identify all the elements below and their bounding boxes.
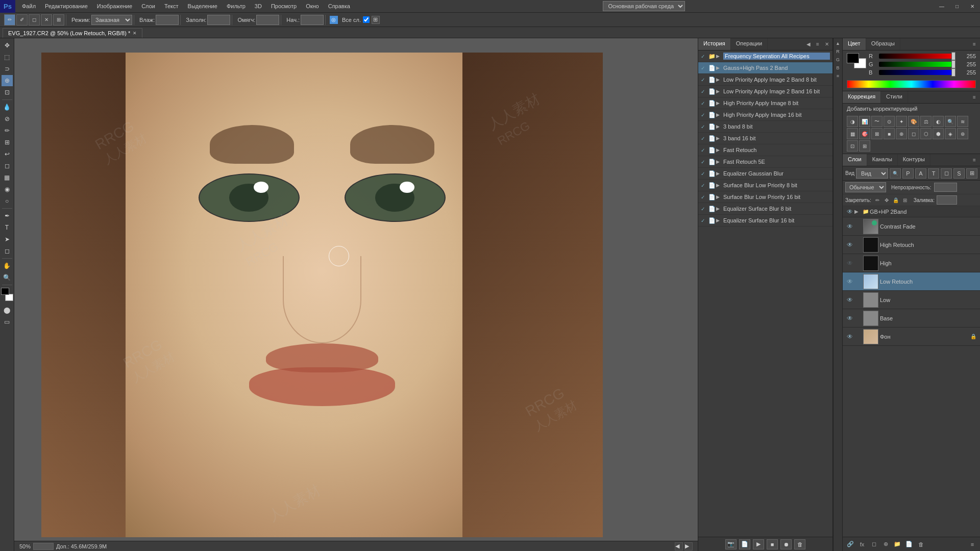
shape-tool[interactable]: ◻ [2,245,13,257]
layer-low-retouch[interactable]: 👁 Low Retouch [843,272,980,291]
delete-state-button[interactable]: 🗑 [794,539,805,549]
minimize-button[interactable]: — [934,0,949,13]
lasso-tool[interactable]: ⊃ [2,63,13,74]
eraser-tool-button[interactable]: ◻ [29,14,40,26]
green-slider-handle[interactable] [951,60,955,68]
softness-input[interactable]: 20% [256,15,279,25]
menu-3d[interactable]: 3D [251,2,266,11]
background-color-swatch[interactable] [5,294,13,301]
opacity-input[interactable]: 100% [934,183,957,192]
eye-high[interactable]: 👁 [845,259,854,268]
gradient-tool[interactable]: ▦ [2,172,13,183]
layer-fx-button[interactable]: fx [857,539,867,549]
filter-toggle[interactable]: 🔍 [890,168,901,179]
paths-tab[interactable]: Контуры [898,154,930,166]
row2-5[interactable]: ⊛ [957,128,968,139]
eye-low-retouch[interactable]: 👁 [845,277,854,286]
ruler-btn-2[interactable]: R [835,48,842,55]
fill-input[interactable]: 20% [207,15,230,25]
stop-button[interactable]: ■ [767,539,778,549]
row2-3[interactable]: ⬢ [933,128,944,139]
quick-select-tool[interactable]: ⊕ [2,75,13,86]
bw-correction[interactable]: ◐ [933,116,944,127]
correction-tab[interactable]: Коррекция [843,91,881,103]
menu-filter[interactable]: Фильтр [223,2,250,11]
history-item-eq-gauss[interactable]: ✓ 📄 ▶ Equalizer Gaussian Blur [698,168,832,180]
panel-menu-button[interactable]: ≡ [814,40,822,48]
ruler-btn-3[interactable]: G [835,56,842,63]
foreground-color[interactable] [847,53,859,63]
menu-image[interactable]: Изображение [93,2,136,11]
eye-background[interactable]: 👁 [845,332,854,341]
status-next-button[interactable]: ▶ [684,542,693,550]
create-new-document-button[interactable]: 📄 [739,539,750,549]
eye-base[interactable]: 👁 [845,314,854,323]
expand-group-btn[interactable]: ▶ [854,209,862,214]
new-layer-button[interactable]: 📄 [904,539,914,549]
play-button[interactable]: ▶ [753,539,764,549]
quick-mask-button[interactable]: ⬤ [2,305,13,316]
channels-tab[interactable]: Каналы [867,154,898,166]
color-panel-menu[interactable]: ≡ [970,40,978,48]
row2-6[interactable]: ⊡ [847,140,858,152]
hsl-correction[interactable]: 🎨 [908,116,919,127]
filter-type-type[interactable]: T [928,168,939,179]
document-tab[interactable]: EVG_1927.CR2 @ 50% (Low Retouch, RGB/8) … [3,28,142,38]
history-item-low-8[interactable]: ✓ 📄 ▶ Low Priority Apply Image 2 Band 8 … [698,74,832,86]
menu-view[interactable]: Просмотр [267,2,301,11]
fg-bg-colors[interactable] [1,288,13,301]
ruler-btn-5[interactable]: ≡ [835,72,842,80]
brush-tool[interactable]: ✏ [2,125,13,136]
row2-7[interactable]: ⊞ [859,140,870,152]
close-tab-button[interactable]: ✕ [133,31,137,36]
history-item-eq-surf-16[interactable]: ✓ 📄 ▶ Equalizer Surface Blur 16 bit [698,215,832,227]
color-spectrum[interactable] [847,80,976,88]
zoom-tool[interactable]: 🔍 [2,272,13,283]
filter-type-smart[interactable]: S [953,168,965,179]
filter-type-adjustment[interactable]: A [915,168,926,179]
history-brush-tool[interactable]: ↩ [2,148,13,160]
eraser-tool[interactable]: ◻ [2,160,13,171]
new-fill-layer-button[interactable]: ⊕ [880,539,891,549]
green-slider[interactable] [879,62,955,67]
layer-high-retouch[interactable]: 👁 High Retouch [843,236,980,254]
menu-select[interactable]: Выделение [184,2,222,11]
menu-window[interactable]: Окно [302,2,323,11]
selective-color-correction[interactable]: 🎯 [859,128,870,139]
layer-contrast-fade[interactable]: 👁 Contrast Fade [843,217,980,236]
history-item-fast5e[interactable]: ✓ 📄 ▶ Fast Retouch 5E [698,156,832,168]
blend-mode-select[interactable]: Обычные [845,182,886,192]
layers-footer-menu[interactable]: ≡ [967,539,977,549]
red-slider[interactable] [879,54,955,59]
zoom-slider[interactable] [33,543,54,550]
foreground-color-swatch[interactable] [1,288,9,295]
move-tool[interactable]: ✥ [2,40,13,51]
flow-input[interactable]: 20% [156,15,179,25]
close-button[interactable]: ✕ [965,0,980,13]
screen-mode-button[interactable]: ▭ [2,316,13,328]
history-item-fast[interactable]: ✓ 📄 ▶ Fast Retouch [698,144,832,156]
layer-background[interactable]: 👁 Фон 🔒 [843,328,980,346]
history-item-low-16[interactable]: ✓ 📄 ▶ Low Priority Apply Image 2 Band 16… [698,86,832,97]
panel-close-button[interactable]: ✕ [823,40,831,48]
lock-artboard-button[interactable]: ⊞ [901,196,909,204]
eye-icon-group[interactable]: 👁 [845,207,854,216]
hand-tool[interactable]: ✋ [2,260,13,271]
extra-tool-icon[interactable]: ⊞ [372,16,380,24]
all-layers-checkbox[interactable] [363,16,370,23]
eye-high-retouch[interactable]: 👁 [845,240,854,249]
record-button[interactable]: ⏺ [780,539,792,549]
channel-mixer-correction[interactable]: ≋ [957,116,968,127]
path-select-tool[interactable]: ➤ [2,234,13,245]
blue-slider[interactable] [879,70,955,75]
layer-group-header[interactable]: 👁 ▶ 📁 GB+HP 2Band [843,206,980,217]
ruler-btn-4[interactable]: B [835,64,842,71]
ruler-btn-1[interactable]: ▲ [835,40,842,47]
layers-tab[interactable]: Слои [843,154,867,166]
type-tool[interactable]: T [2,222,13,233]
levels-correction[interactable]: 📊 [859,116,870,127]
crop-tool[interactable]: ⊡ [2,87,13,98]
history-item-3band-8[interactable]: ✓ 📄 ▶ 3 band 8 bit [698,121,832,133]
color-tab[interactable]: Цвет [843,38,866,50]
layer-low[interactable]: 👁 Low [843,291,980,309]
